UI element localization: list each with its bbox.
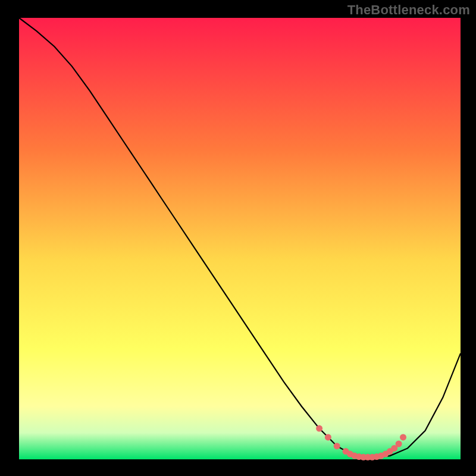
optimal-marker: [396, 441, 402, 447]
optimal-marker: [334, 443, 340, 449]
optimal-marker: [316, 425, 322, 432]
chart-frame: TheBottleneck.com: [0, 0, 476, 476]
bottleneck-chart: [0, 0, 476, 476]
watermark-text: TheBottleneck.com: [347, 2, 470, 18]
optimal-marker: [400, 434, 406, 440]
optimal-marker: [325, 434, 331, 440]
